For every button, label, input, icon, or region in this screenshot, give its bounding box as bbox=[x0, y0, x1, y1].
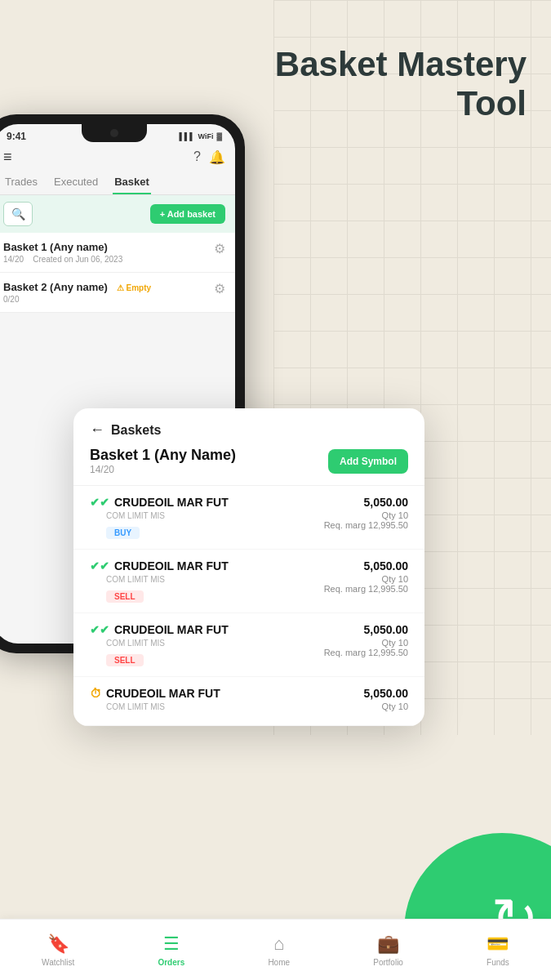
basket-item-1[interactable]: Basket 1 (Any name) 14/20 Created on Jun… bbox=[0, 233, 235, 273]
funds-icon: 💳 bbox=[487, 933, 509, 955]
battery-icon: ▓ bbox=[216, 132, 222, 140]
nav-watchlist-label: Watchlist bbox=[42, 958, 74, 967]
price-1: 5,050.00 bbox=[324, 496, 408, 509]
qty-1: Qty 10 bbox=[324, 510, 408, 520]
symbol-3: CRUDEOIL MAR FUT bbox=[114, 623, 229, 636]
badge-sell-3: SELL bbox=[106, 654, 144, 666]
symbol-1: CRUDEOIL MAR FUT bbox=[114, 496, 229, 509]
qty-2: Qty 10 bbox=[324, 574, 408, 584]
add-symbol-button[interactable]: Add Symbol bbox=[328, 449, 408, 474]
tab-executed[interactable]: Executed bbox=[52, 171, 100, 194]
overlay-card: ← Baskets Basket 1 (Any Name) 14/20 Add … bbox=[73, 408, 424, 726]
symbol-2: CRUDEOIL MAR FUT bbox=[114, 559, 229, 572]
add-basket-button[interactable]: + Add basket bbox=[150, 204, 225, 224]
bottom-navigation: 🔖 Watchlist ☰ Orders ⌂ Home 💼 Portfolio … bbox=[0, 919, 551, 980]
signal-icon: ▌▌▌ bbox=[179, 132, 194, 140]
basket-1-count: 14/20 bbox=[3, 255, 24, 264]
nav-orders-label: Orders bbox=[158, 958, 184, 967]
card-header: ← Baskets Basket 1 (Any Name) 14/20 Add … bbox=[73, 408, 424, 486]
price-4: 5,050.00 bbox=[364, 687, 409, 700]
symbol-4: CRUDEOIL MAR FUT bbox=[106, 687, 220, 700]
card-title-row: Basket 1 (Any Name) 14/20 Add Symbol bbox=[90, 447, 408, 475]
badge-buy-1: BUY bbox=[106, 527, 140, 539]
tags-1: COM LIMIT MIS bbox=[106, 511, 324, 520]
basket-2-empty-badge: ⚠ Empty bbox=[117, 283, 151, 292]
basket-2-name: Basket 2 (Any name) ⚠ Empty bbox=[3, 281, 151, 293]
check-icon-3: ✔✔ bbox=[90, 623, 109, 636]
check-icon-2: ✔✔ bbox=[90, 559, 109, 572]
marg-2: Req. marg 12,995.50 bbox=[324, 584, 408, 594]
back-label: Baskets bbox=[111, 423, 161, 438]
status-icons: ▌▌▌ WiFi ▓ bbox=[179, 132, 222, 140]
overlay-basket-name: Basket 1 (Any Name) bbox=[90, 447, 236, 464]
back-arrow-icon: ← bbox=[90, 421, 104, 439]
nav-portfolio[interactable]: 💼 Portfolio bbox=[373, 933, 403, 967]
home-icon: ⌂ bbox=[273, 933, 284, 955]
nav-funds-label: Funds bbox=[487, 958, 509, 967]
badge-sell-2: SELL bbox=[106, 590, 144, 603]
basket-1-settings-icon[interactable]: ⚙ bbox=[214, 241, 225, 256]
overlay-basket-count: 14/20 bbox=[90, 464, 236, 475]
price-3: 5,050.00 bbox=[324, 623, 408, 636]
tags-3: COM LIMIT MIS bbox=[106, 639, 324, 648]
portfolio-icon: 💼 bbox=[377, 933, 399, 955]
marg-3: Req. marg 12,995.50 bbox=[324, 648, 408, 657]
nav-portfolio-label: Portfolio bbox=[373, 958, 403, 967]
basket-2-settings-icon[interactable]: ⚙ bbox=[214, 281, 225, 296]
search-box[interactable]: 🔍 bbox=[3, 202, 33, 226]
qty-3: Qty 10 bbox=[324, 638, 408, 648]
nav-funds[interactable]: 💳 Funds bbox=[487, 933, 509, 967]
nav-home[interactable]: ⌂ Home bbox=[268, 933, 290, 967]
app-header: ≡ ? 🔔 bbox=[0, 145, 235, 171]
tab-basket[interactable]: Basket bbox=[113, 171, 151, 194]
menu-icon[interactable]: ≡ bbox=[3, 149, 12, 166]
page-title: Basket Mastery Tool bbox=[275, 45, 527, 124]
price-2: 5,050.00 bbox=[324, 559, 408, 572]
phone-notch bbox=[82, 124, 147, 142]
trade-row-2[interactable]: ✔✔ CRUDEOIL MAR FUT COM LIMIT MIS SELL 5… bbox=[73, 550, 424, 613]
basket-item-2[interactable]: Basket 2 (Any name) ⚠ Empty 0/20 ⚙ bbox=[0, 273, 235, 313]
basket-2-count: 0/20 bbox=[3, 295, 19, 304]
orders-icon: ☰ bbox=[163, 933, 180, 955]
basket-1-date: Created on Jun 06, 2023 bbox=[33, 255, 122, 264]
status-time: 9:41 bbox=[7, 131, 26, 142]
bell-icon[interactable]: 🔔 bbox=[209, 149, 225, 165]
wifi-icon: WiFi bbox=[198, 132, 214, 140]
tags-4: COM LIMIT MIS bbox=[106, 702, 364, 711]
search-add-row: 🔍 + Add basket bbox=[0, 195, 235, 233]
marg-1: Req. marg 12,995.50 bbox=[324, 520, 408, 530]
header-icons: ? 🔔 bbox=[193, 149, 225, 165]
tab-trades[interactable]: Trades bbox=[3, 171, 39, 194]
nav-watchlist[interactable]: 🔖 Watchlist bbox=[42, 933, 74, 967]
trade-row-3[interactable]: ✔✔ CRUDEOIL MAR FUT COM LIMIT MIS SELL 5… bbox=[73, 613, 424, 677]
tab-bar: Trades Executed Basket bbox=[0, 171, 235, 195]
trade-row-1[interactable]: ✔✔ CRUDEOIL MAR FUT COM LIMIT MIS BUY 5,… bbox=[73, 486, 424, 550]
basket-1-name: Basket 1 (Any name) bbox=[3, 241, 122, 253]
clock-icon-4: ⏱ bbox=[90, 687, 101, 700]
nav-home-label: Home bbox=[268, 958, 290, 967]
tags-2: COM LIMIT MIS bbox=[106, 575, 324, 584]
trade-row-4[interactable]: ⏱ CRUDEOIL MAR FUT COM LIMIT MIS 5,050.0… bbox=[73, 677, 424, 726]
nav-orders[interactable]: ☰ Orders bbox=[158, 933, 184, 967]
help-icon[interactable]: ? bbox=[193, 149, 201, 165]
watchlist-icon: 🔖 bbox=[47, 933, 69, 955]
qty-4: Qty 10 bbox=[364, 702, 409, 711]
check-icon-1: ✔✔ bbox=[90, 496, 109, 509]
card-back-nav[interactable]: ← Baskets bbox=[90, 421, 408, 439]
